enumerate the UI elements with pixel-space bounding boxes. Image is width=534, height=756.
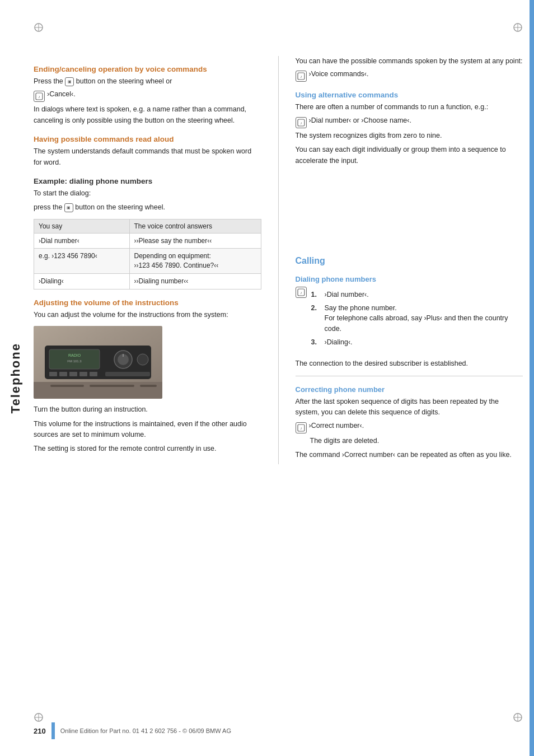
table-row1-say: ›Dial number‹ [34,233,130,249]
svg-text:♪: ♪ [300,426,302,430]
using-alternative-heading: Using alternative commands [296,91,523,99]
voice-icon-cancel: ♪ [34,91,45,102]
button-icon-inline: ▣ [65,77,74,86]
alternative-cmd-line: ♪ ›Dial number‹ or ›Choose name‹. [296,116,523,128]
step-text-2: Say the phone number.For telephone calls… [325,303,523,334]
calling-heading: Calling [296,256,523,266]
voice-table: You say The voice control answers ›Dial … [34,219,261,290]
step-num-2: 2. [311,303,321,334]
svg-rect-32 [90,385,134,387]
adjusting-para3: This volume for the instructions is main… [34,419,261,441]
svg-text:♪: ♪ [300,290,302,294]
table-col2-header: The voice control answers [129,219,261,233]
table-row2-answer: Depending on equipment:››123 456 7890. C… [129,249,261,274]
svg-rect-21 [59,372,67,376]
ending-para1: Press the ▣ button on the steering wheel… [34,76,261,87]
having-possible-section: Having possible commands read aloud The … [34,135,261,168]
footer: 210 Online Edition for Part no. 01 41 2 … [34,722,523,739]
svg-text:♪: ♪ [300,74,302,78]
svg-rect-29 [105,372,150,376]
footer-divider [51,722,55,739]
step-2: 2. Say the phone number.For telephone ca… [311,303,523,334]
column-divider [278,56,279,464]
voice-icon-alt: ♪ [296,117,307,128]
step-num-1: 1. [311,290,321,300]
having-possible-heading: Having possible commands read aloud [34,135,261,143]
corner-bl [34,712,44,722]
dialing-steps-list: 1. ›Dial number‹. 2. Say the phone numbe… [311,290,523,351]
svg-text:RADIO: RADIO [68,353,81,357]
table-row1-answer: ››Please say the number‹‹ [129,233,261,249]
table-row3-say: ›Dialing‹ [34,274,130,290]
step-3: 3. ›Dialing‹. [311,337,523,348]
svg-text:FM 101.3: FM 101.3 [67,360,82,363]
right-bar [530,0,534,756]
step-text-1: ›Dial number‹. [325,290,369,300]
voice-icon-dialing: ♪ [296,287,307,298]
adjusting-para2: Turn the button during an instruction. [34,404,261,415]
repeat-text: The command ›Correct number‹ can be repe… [296,450,523,460]
left-column: Ending/canceling operation by voice comm… [34,56,261,464]
table-row2-say: e.g. ›123 456 7890‹ [34,249,130,274]
connection-text: The connection to the desired subscriber… [296,358,523,369]
right-column: You can have the possible commands spoke… [296,56,523,464]
side-label: Telephone [0,0,31,756]
step-text-3: ›Dialing‹. [325,337,353,348]
step-num-3: 3. [311,337,321,348]
correct-cmd-line: ♪ ›Correct number‹. [296,422,523,433]
spoken-commands-section: You can have the possible commands spoke… [296,56,523,82]
voice-icon-correct: ♪ [296,422,307,433]
ending-section: Ending/canceling operation by voice comm… [34,65,261,126]
page-container: Telephone Ending/canceling operation by … [0,0,534,756]
svg-rect-22 [69,372,77,376]
svg-text:♪: ♪ [38,95,40,99]
svg-rect-33 [140,385,157,387]
svg-rect-23 [79,372,87,376]
example-dialing-section: Example: dialing phone numbers To start … [34,177,261,290]
telephone-label: Telephone [8,343,23,413]
cancel-cmd-line: ♪ ›Cancel‹. [34,90,261,102]
table-col1-header: You say [34,219,130,233]
voice-commands-line: ♪ ›Voice commands‹. [296,70,523,82]
correcting-para: After the last spoken sequence of digits… [296,396,523,418]
adjusting-para1: You can adjust the volume for the instru… [34,310,261,320]
cancel-cmd-text: ›Cancel‹. [47,90,76,98]
svg-rect-30 [34,382,162,399]
svg-text:♪: ♪ [300,120,302,124]
table-row: ›Dial number‹ ››Please say the number‹‹ [34,233,261,249]
example-para1: To start the dialog: [34,188,261,199]
example-para2: press the ▣ button on the steering wheel… [34,202,261,213]
svg-rect-24 [90,372,97,376]
voice-cmd-text: ›Voice commands‹. [309,70,369,78]
having-possible-para1: The system understands default commands … [34,146,261,168]
using-alternative-section: Using alternative commands There are oft… [296,91,523,166]
example-dialing-heading: Example: dialing phone numbers [34,177,261,185]
button-icon-inline2: ▣ [64,203,73,212]
using-alternative-para3: You can say each digit individually or g… [296,144,523,166]
dialing-subheading: Dialing phone numbers [296,275,523,283]
spoken-commands-para: You can have the possible commands spoke… [296,56,523,67]
car-radio-image: RADIO FM 101.3 [34,326,162,399]
svg-rect-20 [49,372,57,376]
dialing-steps-wrapper: ♪ 1. ›Dial number‹. 2. Say the phone num… [296,286,523,354]
section-divider [296,376,523,376]
corner-br [513,712,523,722]
svg-point-28 [137,354,148,365]
ending-heading: Ending/canceling operation by voice comm… [34,65,261,73]
calling-section: Calling Dialing phone numbers ♪ 1. ›Dial… [296,256,523,461]
using-alternative-para1: There are often a number of commands to … [296,102,523,113]
table-row: ›Dialing‹ ››Dialing number‹‹ [34,274,261,290]
step-1: 1. ›Dial number‹. [311,290,523,300]
table-row3-answer: ››Dialing number‹‹ [129,274,261,290]
correcting-heading: Correcting phone number [296,385,523,394]
main-content: Ending/canceling operation by voice comm… [34,0,523,498]
table-row: e.g. ›123 456 7890‹ Depending on equipme… [34,249,261,274]
alternative-cmd-text: ›Dial number‹ or ›Choose name‹. [309,116,411,124]
corner-tr [513,22,523,32]
footer-copyright: Online Edition for Part no. 01 41 2 602 … [60,727,231,734]
adjusting-volume-section: Adjusting the volume of the instructions… [34,298,261,455]
page-number: 210 [34,727,46,735]
correct-cmd-text: ›Correct number‹. [309,422,364,430]
voice-icon-cmd: ♪ [296,71,307,82]
digits-deleted-text: The digits are deleted. [310,436,523,446]
